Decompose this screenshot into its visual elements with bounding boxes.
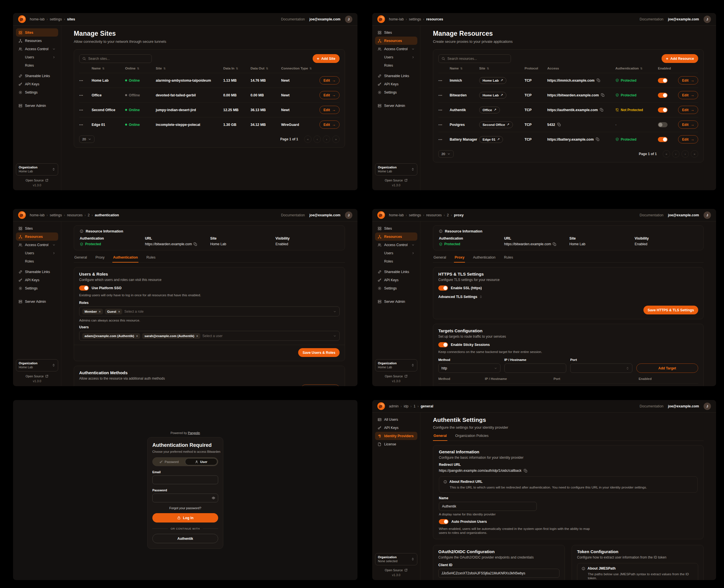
tab-general[interactable]: General <box>433 255 446 262</box>
tab-general[interactable]: General <box>74 255 87 262</box>
tab-proxy[interactable]: Proxy <box>95 255 105 262</box>
enabled-toggle[interactable] <box>658 78 667 83</box>
sidebar-item-sites[interactable]: Sites <box>16 28 58 37</box>
sidebar-item-users[interactable]: Users <box>375 249 417 257</box>
tab-rules[interactable]: Rules <box>146 255 156 262</box>
sidebar-item-sites[interactable]: Sites <box>375 224 417 232</box>
tab-proxy[interactable]: Proxy <box>454 255 465 262</box>
breadcrumb-settings[interactable]: settings <box>406 17 421 21</box>
sidebar-item-users[interactable]: Users <box>16 249 58 257</box>
enable-ssl-toggle[interactable] <box>438 286 448 291</box>
pangolin-logo[interactable] <box>377 211 385 219</box>
avatar[interactable]: J <box>704 16 711 23</box>
forgot-password-link[interactable]: Forgot your password? <box>152 506 218 510</box>
email-field[interactable] <box>155 478 215 482</box>
column-site[interactable]: Site <box>156 66 223 70</box>
row-menu-icon[interactable]: ⋯ <box>79 93 92 98</box>
sidebar-item-users[interactable]: Users <box>16 53 58 61</box>
breadcrumb-resources[interactable]: resources <box>64 213 83 217</box>
access-url[interactable]: https://immich.example.com <box>547 79 595 83</box>
sidebar-item-roles[interactable]: Roles <box>375 257 417 265</box>
next-page-button[interactable]: › <box>323 135 330 143</box>
tab-rules[interactable]: Rules <box>503 255 514 262</box>
open-source-link[interactable]: Open Source <box>375 178 417 182</box>
row-menu-icon[interactable]: ⋯ <box>438 93 450 98</box>
breadcrumb-org[interactable]: home-lab <box>30 213 44 217</box>
advanced-tls-settings[interactable]: Advanced TLS Settings <box>438 295 698 299</box>
sidebar-item-access-control[interactable]: Access Control <box>16 241 58 249</box>
name-input[interactable] <box>442 504 534 508</box>
breadcrumb-id[interactable]: 1 <box>410 404 416 408</box>
enabled-toggle[interactable] <box>658 107 667 112</box>
row-menu-icon[interactable]: ⋯ <box>79 123 92 127</box>
row-menu-icon[interactable]: ⋯ <box>438 78 450 83</box>
edit-button[interactable]: Edit <box>678 91 698 99</box>
user-email[interactable]: joe@example.com <box>668 17 699 21</box>
sidebar-item-api-keys[interactable]: API Keys <box>375 276 417 284</box>
first-page-button[interactable]: « <box>663 150 670 158</box>
sidebar-item-settings[interactable]: Settings <box>375 88 417 97</box>
user-email[interactable]: joe@example.com <box>309 17 340 21</box>
pangolin-logo[interactable] <box>377 402 385 410</box>
save-https-tls-button[interactable]: Save HTTPS & TLS Settings <box>643 306 698 314</box>
pangolin-logo[interactable] <box>18 211 26 219</box>
open-source-link[interactable]: Open Source <box>375 375 417 378</box>
search-input[interactable] <box>447 57 508 61</box>
pangolin-link[interactable]: Pangolin <box>188 431 200 435</box>
sidebar-item-license[interactable]: License <box>375 440 417 448</box>
add-resource-button[interactable]: Add Resource <box>662 54 698 63</box>
organization-selector[interactable]: OrganizationHome Lab <box>375 163 417 175</box>
access-url[interactable]: https://battery.example.com <box>547 138 594 142</box>
open-source-link[interactable]: Open Source <box>375 568 417 572</box>
page-size-select[interactable]: 20 <box>79 135 95 143</box>
column-data-out[interactable]: Data Out <box>250 66 281 70</box>
access-url[interactable]: 5432 <box>547 123 555 127</box>
eye-icon[interactable] <box>212 496 215 500</box>
breadcrumb-settings[interactable]: settings <box>406 213 421 217</box>
column-connection-type[interactable]: Connection Type <box>281 66 314 70</box>
documentation-link[interactable]: Documentation <box>640 17 663 21</box>
sidebar-item-access-control[interactable]: Access Control <box>16 45 58 53</box>
copy-icon[interactable] <box>552 243 556 246</box>
login-button[interactable]: Log In <box>152 513 218 523</box>
open-source-link[interactable]: Open Source <box>16 375 58 378</box>
breadcrumb-org[interactable]: home-lab <box>389 17 404 21</box>
sidebar-item-api-keys[interactable]: API Keys <box>16 80 58 88</box>
first-page-button[interactable]: « <box>304 135 311 143</box>
column-name[interactable]: Name <box>450 66 479 70</box>
client-id-input[interactable] <box>441 571 556 575</box>
sidebar-item-roles[interactable]: Roles <box>16 257 58 265</box>
sidebar-item-settings[interactable]: Settings <box>375 284 417 292</box>
site-link[interactable]: Edge 01 <box>479 136 503 143</box>
breadcrumb-resources[interactable]: resources <box>423 213 442 217</box>
tab-authentication[interactable]: Authentication <box>472 255 496 262</box>
sidebar-item-resources[interactable]: Resources <box>16 37 58 45</box>
organization-selector[interactable]: OrganizationHome Lab <box>16 359 58 372</box>
user-email[interactable]: joe@example.com <box>668 213 699 217</box>
access-url[interactable]: https://authentik.example.com <box>547 108 598 112</box>
enabled-toggle[interactable] <box>658 122 667 127</box>
platform-sso-toggle[interactable] <box>79 286 89 291</box>
tab-authentication[interactable]: Authentication <box>112 255 138 262</box>
enabled-toggle[interactable] <box>658 137 667 142</box>
sidebar-item-server-admin[interactable]: Server Admin <box>16 297 58 306</box>
sidebar-item-shareable-links[interactable]: Shareable Links <box>16 72 58 80</box>
organization-selector[interactable]: OrganizationNone selected <box>375 553 417 565</box>
column-name[interactable]: Name <box>92 66 125 70</box>
add-target-button[interactable]: Add Target <box>636 363 699 373</box>
copy-icon[interactable] <box>600 108 603 112</box>
last-page-button[interactable]: » <box>332 135 340 143</box>
edit-button[interactable]: Edit <box>319 121 340 129</box>
open-source-link[interactable]: Open Source <box>16 178 58 182</box>
pangolin-logo[interactable] <box>18 15 26 23</box>
sidebar-item-resources[interactable]: Resources <box>375 232 417 241</box>
method-select[interactable]: http <box>438 363 500 373</box>
edit-button[interactable]: Edit <box>678 121 698 129</box>
search-input[interactable] <box>88 57 149 61</box>
sidebar-item-users[interactable]: Users <box>375 53 417 61</box>
tab-organization-policies[interactable]: Organization Policies <box>455 433 489 441</box>
user-chip[interactable]: adam@example.com (Authentik) <box>82 333 140 339</box>
copy-icon[interactable] <box>194 243 197 246</box>
documentation-link[interactable]: Documentation <box>281 17 305 21</box>
tab-general[interactable]: General <box>433 433 447 441</box>
